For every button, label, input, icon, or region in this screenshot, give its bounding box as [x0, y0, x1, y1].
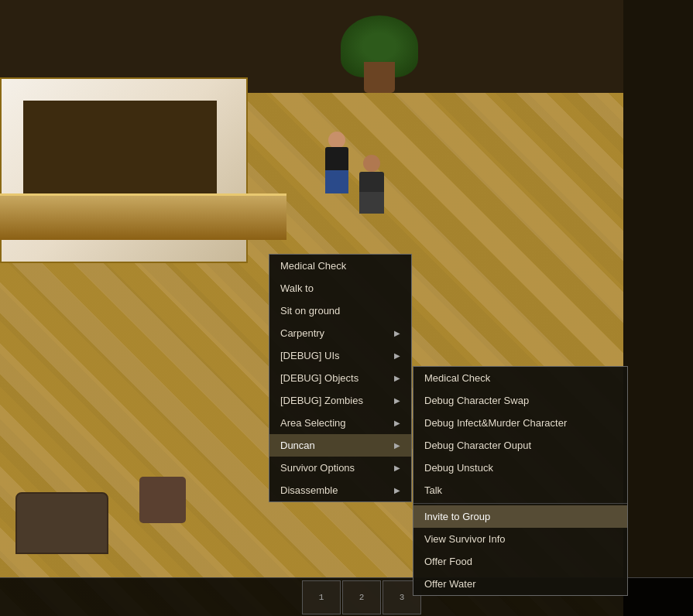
- submenu-label-debug-infect-murder: Debug Infect&Murder Character: [424, 417, 567, 429]
- ctx-item-carpentry[interactable]: Carpentry▶: [269, 322, 411, 344]
- ctx-item-walk-to[interactable]: Walk to: [269, 277, 411, 299]
- ctx-label-survivor-options: Survivor Options: [280, 462, 355, 474]
- ctx-label-medical-check: Medical Check: [280, 260, 346, 272]
- ctx-item-sit-on-ground[interactable]: Sit on ground: [269, 299, 411, 322]
- ctx-label-disassemble: Disassemble: [280, 484, 338, 496]
- submenu-label-medical-check-sub: Medical Check: [424, 372, 490, 384]
- char-head-male: [363, 155, 380, 172]
- ctx-label-area-selecting: Area Selecting: [280, 417, 346, 429]
- ctx-arrow-debug-objects: ▶: [394, 374, 400, 382]
- ctx-arrow-debug-uis: ▶: [394, 351, 400, 360]
- ctx-item-medical-check[interactable]: Medical Check: [269, 255, 411, 277]
- submenu-label-view-survivor-info: View Survivor Info: [424, 533, 506, 545]
- hotbar-label-1: 1: [319, 593, 324, 602]
- hotbar-slot-2[interactable]: 2: [342, 580, 381, 614]
- character-male-duncan: [356, 155, 387, 217]
- char-pants-female: [325, 170, 348, 193]
- char-pants-male: [359, 192, 384, 214]
- submenu-label-offer-food: Offer Food: [424, 556, 472, 567]
- submenu-label-debug-character-swap: Debug Character Swap: [424, 395, 529, 406]
- submenu-item-offer-food[interactable]: Offer Food: [413, 550, 627, 573]
- ctx-arrow-debug-zombies: ▶: [394, 396, 400, 405]
- hotbar-slot-1[interactable]: 1: [302, 580, 341, 614]
- ctx-item-disassemble[interactable]: Disassemble▶: [269, 479, 411, 501]
- plant-base: [364, 62, 395, 93]
- ctx-label-walk-to: Walk to: [280, 282, 314, 294]
- submenu-label-offer-water: Offer Water: [424, 578, 475, 590]
- ctx-label-debug-objects: [DEBUG] Objects: [280, 372, 359, 384]
- char-head-female: [328, 132, 345, 149]
- character-female: [321, 132, 352, 193]
- hotbar-label-2: 2: [359, 593, 365, 602]
- counter-front: [0, 193, 286, 240]
- ctx-label-duncan: Duncan: [280, 440, 315, 451]
- submenu-label-debug-unstuck: Debug Unstuck: [424, 462, 493, 474]
- submenu-item-debug-infect-murder[interactable]: Debug Infect&Murder Character: [413, 412, 627, 434]
- context-menu-secondary: Medical CheckDebug Character SwapDebug I…: [413, 366, 628, 596]
- submenu-label-invite-to-group: Invite to Group: [424, 511, 490, 522]
- context-menu-primary: Medical CheckWalk toSit on groundCarpent…: [269, 254, 412, 502]
- submenu-item-offer-water[interactable]: Offer Water: [413, 573, 627, 595]
- chair: [139, 477, 186, 523]
- ctx-arrow-area-selecting: ▶: [394, 419, 400, 427]
- ctx-item-debug-zombies[interactable]: [DEBUG] Zombies▶: [269, 389, 411, 412]
- ctx-arrow-duncan: ▶: [394, 441, 400, 450]
- submenu-divider: [413, 503, 627, 504]
- ctx-item-area-selecting[interactable]: Area Selecting▶: [269, 412, 411, 434]
- ctx-arrow-carpentry: ▶: [394, 329, 400, 337]
- submenu-label-talk: Talk: [424, 484, 442, 496]
- ctx-label-debug-uis: [DEBUG] UIs: [280, 350, 340, 361]
- submenu-item-view-survivor-info[interactable]: View Survivor Info: [413, 528, 627, 550]
- submenu-item-debug-character-swap[interactable]: Debug Character Swap: [413, 389, 627, 412]
- ctx-arrow-survivor-options: ▶: [394, 464, 400, 472]
- submenu-item-talk[interactable]: Talk: [413, 479, 627, 501]
- right-panel: [623, 0, 693, 616]
- ctx-item-duncan[interactable]: Duncan▶: [269, 434, 411, 457]
- submenu-item-medical-check-sub[interactable]: Medical Check: [413, 367, 627, 389]
- ctx-arrow-disassemble: ▶: [394, 486, 400, 495]
- submenu-label-debug-character-ouput: Debug Character Ouput: [424, 440, 531, 451]
- ctx-item-survivor-options[interactable]: Survivor Options▶: [269, 457, 411, 479]
- plant-pot: [356, 15, 403, 93]
- ctx-item-debug-objects[interactable]: [DEBUG] Objects▶: [269, 367, 411, 389]
- ctx-label-carpentry: Carpentry: [280, 327, 324, 339]
- submenu-item-debug-character-ouput[interactable]: Debug Character Ouput: [413, 434, 627, 457]
- ctx-label-sit-on-ground: Sit on ground: [280, 305, 340, 317]
- hotbar-label-3: 3: [400, 593, 405, 602]
- ctx-item-debug-uis[interactable]: [DEBUG] UIs▶: [269, 344, 411, 367]
- submenu-item-debug-unstuck[interactable]: Debug Unstuck: [413, 457, 627, 479]
- ctx-label-debug-zombies: [DEBUG] Zombies: [280, 395, 363, 406]
- submenu-item-invite-to-group[interactable]: Invite to Group: [413, 505, 627, 528]
- sofa: [15, 492, 108, 554]
